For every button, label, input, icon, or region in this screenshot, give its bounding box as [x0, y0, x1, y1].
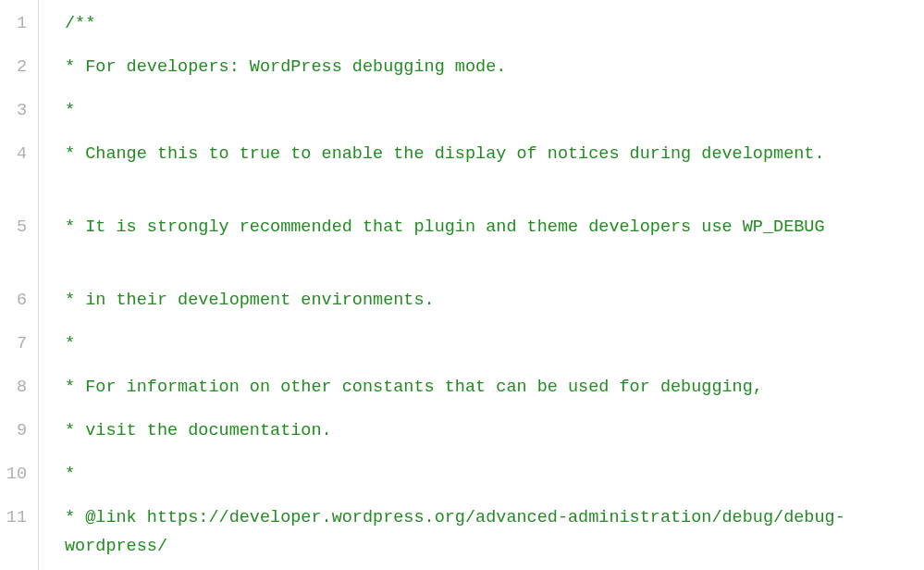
- line-number: 6: [0, 286, 27, 329]
- line-number: 8: [0, 373, 27, 416]
- code-token-comment: * For information on other constants tha…: [65, 378, 763, 397]
- line-number: 5: [0, 213, 27, 286]
- code-token-comment: * visit the documentation.: [65, 421, 332, 440]
- code-token-comment: * Change this to true to enable the disp…: [65, 144, 825, 164]
- line-number: 9: [0, 416, 27, 460]
- line-number: 4: [0, 140, 27, 213]
- code-token-comment: *: [65, 101, 75, 120]
- code-line: /**: [65, 9, 915, 53]
- code-line: * For developers: WordPress debugging mo…: [65, 53, 915, 96]
- code-line: * Change this to true to enable the disp…: [65, 140, 915, 213]
- code-token-comment: * in their development environments.: [65, 291, 435, 310]
- line-number: 3: [0, 96, 27, 140]
- line-number: 7: [0, 329, 27, 373]
- code-line: *: [65, 460, 915, 503]
- code-line: *: [65, 96, 915, 140]
- code-token-comment: *: [65, 465, 75, 484]
- line-number: 10: [0, 460, 27, 503]
- code-line: * @link https://developer.wordpress.org/…: [65, 503, 915, 570]
- line-number: 11: [0, 503, 27, 570]
- code-token-comment: * For developers: WordPress debugging mo…: [65, 57, 506, 77]
- code-block: 12345678910111213 /** * For developers: …: [0, 0, 924, 570]
- code-line: * visit the documentation.: [65, 416, 915, 460]
- line-number: 1: [0, 9, 27, 53]
- code-line: * in their development environments.: [65, 286, 915, 329]
- code-token-comment: /**: [65, 14, 95, 33]
- line-number-gutter: 12345678910111213: [0, 0, 39, 570]
- code-token-comment: * @link https://developer.wordpress.org/…: [65, 508, 845, 556]
- line-number: 2: [0, 53, 27, 96]
- code-content[interactable]: /** * For developers: WordPress debuggin…: [39, 0, 924, 570]
- code-token-comment: *: [65, 334, 75, 353]
- code-line: * It is strongly recommended that plugin…: [65, 213, 915, 286]
- code-line: *: [65, 329, 915, 373]
- code-token-comment: * It is strongly recommended that plugin…: [65, 217, 825, 237]
- code-line: * For information on other constants tha…: [65, 373, 915, 416]
